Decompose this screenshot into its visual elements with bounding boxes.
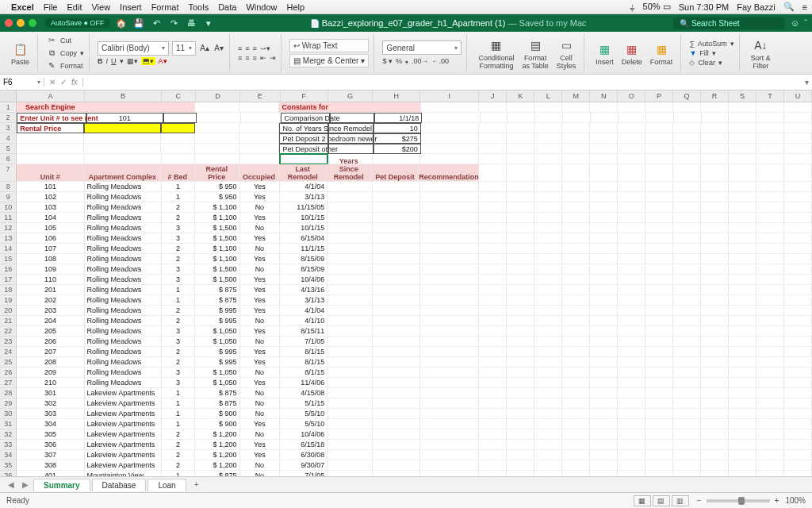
row-header[interactable]: 29 — [0, 398, 17, 409]
cell[interactable] — [729, 182, 756, 192]
cell[interactable] — [729, 275, 756, 285]
cell[interactable]: 8/15/09 — [280, 254, 327, 264]
cell[interactable]: 305 — [17, 429, 84, 440]
cell[interactable] — [645, 471, 673, 476]
cell[interactable] — [645, 419, 673, 429]
align-left-icon[interactable]: ≡ — [238, 54, 242, 62]
cell[interactable] — [673, 244, 701, 254]
cell[interactable]: 101 — [17, 182, 84, 192]
cell[interactable] — [327, 192, 372, 202]
cell[interactable] — [420, 295, 479, 306]
cell[interactable] — [645, 285, 673, 295]
cell[interactable] — [673, 264, 701, 275]
cell[interactable] — [756, 378, 784, 388]
cell[interactable] — [701, 244, 729, 254]
cell[interactable] — [420, 398, 479, 409]
cell[interactable] — [590, 154, 618, 164]
increase-decimal-icon[interactable]: .00→ — [412, 57, 429, 65]
cell[interactable] — [327, 398, 372, 409]
cell[interactable]: 207 — [17, 347, 84, 357]
cell[interactable] — [673, 337, 701, 347]
cell[interactable] — [479, 398, 507, 409]
cell[interactable] — [507, 326, 534, 337]
cell[interactable] — [562, 275, 590, 285]
cell[interactable] — [327, 285, 372, 295]
cell[interactable]: 2 — [162, 213, 196, 223]
cell[interactable] — [784, 244, 812, 254]
cell[interactable] — [729, 202, 756, 213]
cell[interactable]: 301 — [17, 388, 84, 398]
align-middle-icon[interactable]: ≡ — [245, 44, 249, 52]
cell[interactable] — [673, 254, 701, 264]
menu-format[interactable]: Format — [151, 2, 179, 12]
cell[interactable] — [590, 202, 618, 213]
cell[interactable] — [507, 388, 534, 398]
cell[interactable] — [784, 357, 812, 368]
cell[interactable] — [645, 409, 673, 419]
cell[interactable] — [507, 440, 534, 450]
cell[interactable] — [645, 295, 673, 306]
cell[interactable] — [701, 213, 729, 223]
cell[interactable] — [701, 429, 729, 440]
cell[interactable] — [729, 368, 756, 378]
cell[interactable]: 7/1/05 — [280, 471, 327, 476]
cell[interactable]: 105 — [17, 223, 84, 233]
cell[interactable]: 109 — [17, 264, 84, 275]
cell[interactable] — [162, 154, 196, 164]
cell[interactable]: 107 — [17, 244, 84, 254]
cell[interactable]: $ 1,500 — [195, 275, 239, 285]
cell[interactable] — [562, 316, 590, 326]
cell[interactable]: 3 — [162, 368, 196, 378]
cell[interactable] — [327, 337, 372, 347]
cell[interactable]: 307 — [17, 450, 84, 460]
format-as-table-button[interactable]: ▤Format as Table — [519, 37, 551, 70]
cell[interactable] — [479, 285, 507, 295]
cell[interactable] — [756, 347, 784, 357]
cell[interactable] — [756, 368, 784, 378]
cell[interactable] — [702, 113, 730, 123]
cell[interactable] — [421, 133, 480, 144]
cell[interactable] — [562, 213, 590, 223]
cell[interactable]: 10 — [373, 123, 421, 133]
cell[interactable] — [420, 378, 479, 388]
cell[interactable] — [784, 164, 812, 182]
cell[interactable]: 11/15/05 — [280, 202, 327, 213]
cell[interactable] — [673, 285, 701, 295]
cell[interactable] — [373, 316, 420, 326]
cell[interactable] — [590, 182, 618, 192]
cell[interactable] — [618, 133, 645, 144]
cell[interactable] — [327, 233, 372, 244]
cell[interactable] — [784, 316, 812, 326]
cell[interactable] — [784, 154, 812, 164]
cell[interactable]: Yes — [240, 419, 281, 429]
cell[interactable]: 201 — [17, 285, 84, 295]
cell[interactable]: 3 — [162, 264, 196, 275]
cell[interactable] — [562, 285, 590, 295]
cell[interactable] — [534, 409, 562, 419]
cell[interactable] — [729, 326, 756, 337]
cell[interactable] — [729, 102, 756, 113]
cell[interactable] — [590, 337, 618, 347]
cell[interactable] — [479, 460, 507, 471]
orientation-icon[interactable]: ⤻▾ — [260, 44, 270, 52]
cell[interactable] — [420, 192, 479, 202]
cell[interactable]: 1 — [162, 398, 196, 409]
cell[interactable] — [17, 144, 84, 154]
cell[interactable]: 8/15/11 — [280, 326, 327, 337]
cell[interactable] — [420, 368, 479, 378]
wrap-text-button[interactable]: ↩Wrap Text — [289, 39, 370, 52]
cell[interactable] — [507, 264, 534, 275]
cell[interactable] — [701, 182, 729, 192]
cell[interactable] — [420, 264, 479, 275]
cell[interactable]: Rolling Meadows — [85, 223, 162, 233]
cell[interactable] — [327, 223, 372, 233]
cell[interactable] — [618, 368, 645, 378]
cell[interactable] — [590, 244, 618, 254]
cell[interactable] — [673, 192, 701, 202]
comma-button[interactable]: ❟ — [405, 56, 408, 65]
cell[interactable] — [373, 326, 420, 337]
cell[interactable] — [618, 202, 645, 213]
cell[interactable] — [784, 254, 812, 264]
cell[interactable] — [590, 306, 618, 316]
cell[interactable]: 2 — [162, 316, 196, 326]
